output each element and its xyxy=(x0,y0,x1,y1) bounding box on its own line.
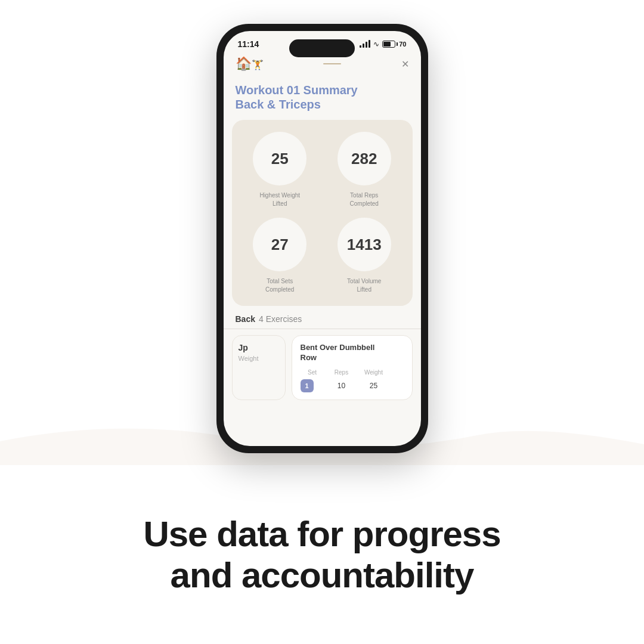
battery-icon: 70 xyxy=(382,41,406,48)
stat-circle-sets: 27 xyxy=(253,218,306,271)
battery-level: 70 xyxy=(399,41,406,48)
exercise-area: Jp Weight Bent Over DumbbellRow Set Reps… xyxy=(224,329,421,400)
exercise-count: 4 Exercises xyxy=(259,314,302,324)
phone-screen: 11:14 ∿ xyxy=(224,31,421,446)
stat-label-weight: Highest WeightLifted xyxy=(259,191,300,208)
weight-value: 25 xyxy=(359,382,389,390)
close-button[interactable]: ✕ xyxy=(401,58,409,70)
exercise-name: Bent Over DumbbellRow xyxy=(301,343,404,363)
stat-total-sets: 27 Total SetsCompleted xyxy=(242,218,319,294)
status-time: 11:14 xyxy=(238,39,259,49)
top-section: 11:14 ∿ xyxy=(0,0,644,465)
workout-title-line2: Back & Triceps xyxy=(236,98,409,112)
bottom-section: Use data for progress and accountability xyxy=(0,465,644,644)
stat-label-volume: Total VolumeLifted xyxy=(347,277,381,294)
category-name: Back xyxy=(236,314,255,324)
stat-circle-reps: 282 xyxy=(338,132,391,185)
stat-circle-weight: 25 xyxy=(253,132,306,185)
stat-total-reps: 282 Total RepsCompleted xyxy=(326,132,403,208)
dynamic-island xyxy=(289,39,355,57)
partial-card-label: Weight xyxy=(239,355,279,362)
reps-value: 10 xyxy=(327,382,357,390)
col-reps: Reps xyxy=(327,369,357,376)
exercise-row-1: 1 10 25 xyxy=(301,379,404,392)
stat-value-reps: 282 xyxy=(351,150,377,168)
stat-label-sets: Total SetsCompleted xyxy=(265,277,294,294)
stats-grid: 25 Highest WeightLifted 282 Total RepsCo… xyxy=(242,132,403,294)
stat-label-reps: Total RepsCompleted xyxy=(350,191,379,208)
stat-value-volume: 1413 xyxy=(347,236,382,254)
workout-title-line1: Workout 01 Summary xyxy=(236,82,409,98)
wifi-icon: ∿ xyxy=(373,40,379,48)
col-set: Set xyxy=(301,369,324,376)
workout-title-section: Workout 01 Summary Back & Triceps xyxy=(224,78,421,120)
exercise-card-partial: Jp Weight xyxy=(232,335,286,400)
signal-icon xyxy=(360,41,370,48)
col-weight: Weight xyxy=(359,369,389,376)
stat-total-volume: 1413 Total VolumeLifted xyxy=(326,218,403,294)
section-header: Back 4 Exercises xyxy=(224,306,421,329)
stat-value-weight: 25 xyxy=(271,150,289,168)
partial-card-title: Jp xyxy=(239,343,279,352)
tagline-line2: and accountability xyxy=(171,555,474,595)
home-gym-icon: 🏠🏋 xyxy=(236,56,264,72)
status-icons: ∿ 70 xyxy=(360,40,406,48)
stat-highest-weight: 25 Highest WeightLifted xyxy=(242,132,319,208)
exercise-card-bent-over-row: Bent Over DumbbellRow Set Reps Weight 1 … xyxy=(292,335,413,400)
stat-value-sets: 27 xyxy=(271,236,289,254)
phone-frame: 11:14 ∿ xyxy=(216,24,428,453)
tagline: Use data for progress and accountability xyxy=(143,513,500,596)
stat-circle-volume: 1413 xyxy=(338,218,391,271)
stats-card: 25 Highest WeightLifted 282 Total RepsCo… xyxy=(232,120,413,306)
header-divider xyxy=(323,63,341,64)
tagline-line1: Use data for progress xyxy=(143,514,500,554)
exercise-table-header: Set Reps Weight xyxy=(301,369,404,376)
set-number-badge: 1 xyxy=(301,379,314,392)
